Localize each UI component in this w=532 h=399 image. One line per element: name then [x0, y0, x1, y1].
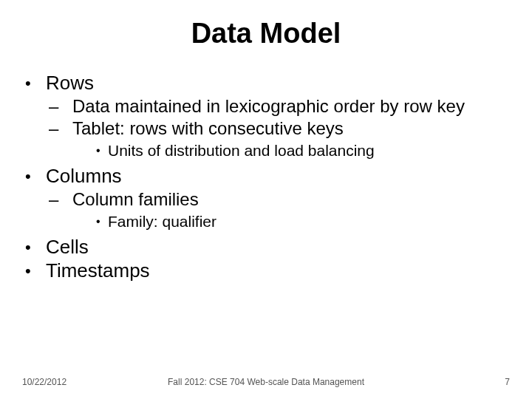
- bullet-rows: Rows: [25, 72, 511, 95]
- bullet-timestamps-text: Timestamps: [46, 259, 150, 282]
- bullet-columns-sub1-sub1: Family: qualifier: [96, 213, 511, 231]
- bullet-cells: Cells: [25, 236, 511, 259]
- bullet-rows-sub2-sub1: Units of distribution and load balancing: [96, 142, 511, 160]
- footer-page-number: 7: [505, 377, 510, 387]
- bullet-rows-sub1-text: Data maintained in lexicographic order b…: [61, 96, 511, 117]
- slide-title: Data Model: [21, 18, 511, 50]
- bullet-columns-sub1-sub1-text: Family: qualifier: [108, 213, 216, 230]
- bullet-rows-sub2: Tablet: rows with consecutive keys: [61, 118, 511, 139]
- bullet-rows-sub1: Data maintained in lexicographic order b…: [61, 96, 511, 117]
- bullet-columns-sub1-text: Column families: [61, 189, 511, 210]
- bullet-rows-text: Rows: [46, 72, 94, 94]
- footer-center: Fall 2012: CSE 704 Web-scale Data Manage…: [168, 377, 364, 387]
- bullet-columns-text: Columns: [46, 165, 122, 187]
- slide-footer: 10/22/2012 Fall 2012: CSE 704 Web-scale …: [0, 377, 532, 387]
- bullet-cells-text: Cells: [46, 236, 89, 258]
- bullet-timestamps: Timestamps: [25, 259, 511, 282]
- slide-content: Rows Data maintained in lexicographic or…: [21, 72, 511, 282]
- bullet-rows-sub2-text: Tablet: rows with consecutive keys: [61, 118, 511, 139]
- bullet-list: Rows Data maintained in lexicographic or…: [21, 72, 511, 282]
- bullet-columns: Columns: [25, 165, 511, 188]
- bullet-columns-sub1: Column families: [61, 189, 511, 210]
- footer-date: 10/22/2012: [22, 377, 66, 387]
- slide: Data Model Rows Data maintained in lexic…: [0, 0, 532, 399]
- bullet-rows-sub2-sub1-text: Units of distribution and load balancing: [108, 142, 375, 159]
